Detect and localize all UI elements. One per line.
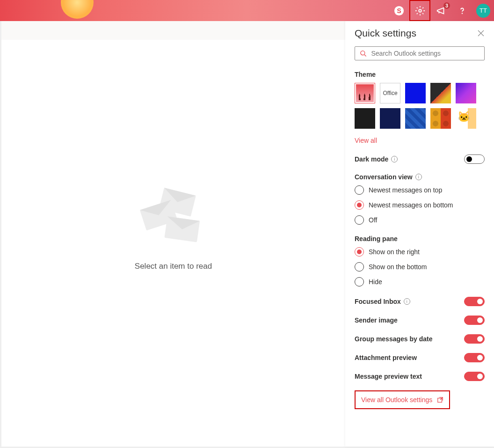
theme-label: Theme xyxy=(355,71,485,78)
user-avatar[interactable]: TT xyxy=(476,4,490,18)
attachment-preview-label: Attachment preview xyxy=(355,354,417,361)
conversation-view-options: Newest messages on top Newest messages o… xyxy=(355,185,485,225)
help-icon[interactable] xyxy=(451,0,472,21)
view-all-settings-link[interactable]: View all Outlook settings xyxy=(355,390,450,409)
message-preview-label: Message preview text xyxy=(355,373,422,380)
attachment-preview-toggle[interactable] xyxy=(464,353,485,362)
group-by-date-label: Group messages by date xyxy=(355,335,433,343)
focused-inbox-toggle[interactable] xyxy=(464,297,485,306)
search-icon xyxy=(360,50,366,57)
dark-mode-toggle[interactable] xyxy=(464,154,485,164)
message-preview-toggle[interactable] xyxy=(464,372,485,381)
svg-point-3 xyxy=(462,13,462,14)
empty-state: Select an item to read xyxy=(135,192,212,271)
header-bar: S 3 TT xyxy=(0,0,494,21)
svg-point-2 xyxy=(419,9,421,12)
reading-pane-label: Reading pane xyxy=(355,235,485,242)
theme-office[interactable]: Office xyxy=(380,83,400,103)
envelope-illustration xyxy=(141,192,206,248)
settings-gear-icon[interactable] xyxy=(409,0,430,21)
search-settings-input[interactable] xyxy=(355,46,485,60)
theme-geometric[interactable] xyxy=(430,83,451,103)
search-field[interactable] xyxy=(371,50,479,57)
theme-blue[interactable] xyxy=(405,83,426,103)
theme-navy[interactable] xyxy=(380,108,400,129)
sunset-decoration xyxy=(61,0,94,19)
reading-right[interactable]: Show on the right xyxy=(355,247,485,257)
theme-blueprint[interactable] xyxy=(405,108,426,129)
info-icon[interactable]: i xyxy=(415,174,422,180)
open-icon xyxy=(437,397,443,403)
reading-pane-options: Show on the right Show on the bottom Hid… xyxy=(355,247,485,286)
sender-image-label: Sender image xyxy=(355,316,398,324)
conversation-view-label: Conversation view i xyxy=(355,173,485,181)
panel-title: Quick settings xyxy=(355,28,416,39)
svg-point-4 xyxy=(361,51,365,55)
theme-black[interactable] xyxy=(355,108,375,129)
conv-newest-bottom[interactable]: Newest messages on bottom xyxy=(355,200,485,210)
theme-grid: Office xyxy=(355,83,485,129)
group-by-date-toggle[interactable] xyxy=(464,334,485,344)
reading-hide[interactable]: Hide xyxy=(355,277,485,286)
info-icon[interactable]: i xyxy=(404,298,410,305)
megaphone-icon[interactable]: 3 xyxy=(430,0,451,21)
theme-sunset[interactable] xyxy=(355,83,375,103)
conv-off[interactable]: Off xyxy=(355,215,485,225)
dark-mode-label: Dark mode i xyxy=(355,155,398,163)
quick-settings-panel: Quick settings Theme Office View all Dar… xyxy=(345,21,494,447)
svg-text:S: S xyxy=(397,7,401,14)
notification-badge: 3 xyxy=(443,2,450,9)
empty-message: Select an item to read xyxy=(135,261,212,271)
reading-bottom[interactable]: Show on the bottom xyxy=(355,262,485,272)
close-icon[interactable] xyxy=(477,29,485,37)
info-icon[interactable]: i xyxy=(391,156,398,162)
theme-blocks[interactable] xyxy=(430,108,451,129)
theme-purple[interactable] xyxy=(456,83,476,103)
theme-cat[interactable] xyxy=(456,108,476,129)
main-content: Select an item to read xyxy=(1,21,345,447)
sender-image-toggle[interactable] xyxy=(464,316,485,325)
skype-icon[interactable]: S xyxy=(388,0,409,21)
view-all-themes-link[interactable]: View all xyxy=(355,137,377,144)
conv-newest-top[interactable]: Newest messages on top xyxy=(355,185,485,195)
focused-inbox-label: Focused Inbox i xyxy=(355,298,410,305)
